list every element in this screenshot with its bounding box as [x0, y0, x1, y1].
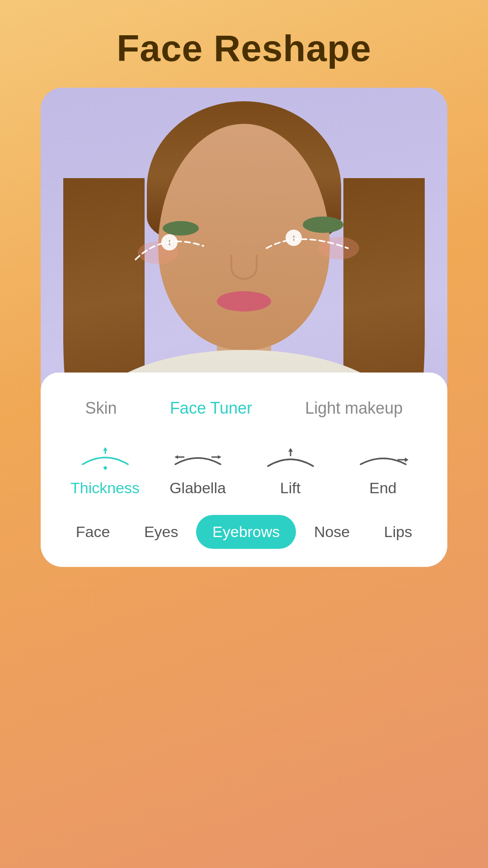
tool-lift[interactable]: Lift — [254, 445, 327, 497]
svg-text:↕: ↕ — [291, 232, 296, 242]
lips — [217, 291, 271, 311]
pill-eyes[interactable]: Eyes — [128, 515, 195, 549]
pill-face[interactable]: Face — [60, 515, 127, 549]
svg-marker-5 — [103, 447, 108, 451]
thickness-label: Thickness — [70, 479, 140, 497]
thickness-icon — [78, 445, 132, 472]
tool-row: Thickness Glabella — [59, 445, 429, 497]
photo-card: ↕ ↕ Skin Face Tuner Light makeup — [41, 88, 447, 567]
lift-label: Lift — [280, 479, 300, 497]
tool-thickness[interactable]: Thickness — [69, 445, 141, 497]
feature-categories: Face Eyes Eyebrows Nose Lips — [59, 515, 429, 549]
lift-icon — [263, 445, 318, 472]
glabella-icon — [171, 445, 225, 472]
eyebrow-overlay: ↕ ↕ — [127, 223, 361, 279]
glabella-label: Glabella — [169, 479, 226, 497]
svg-marker-15 — [405, 458, 408, 462]
svg-marker-13 — [288, 448, 293, 452]
pill-eyebrows[interactable]: Eyebrows — [196, 515, 296, 549]
bottom-panel: Skin Face Tuner Light makeup — [41, 373, 447, 567]
tab-skin[interactable]: Skin — [76, 395, 126, 421]
svg-text:↕: ↕ — [167, 237, 172, 247]
svg-marker-9 — [218, 455, 221, 459]
tab-light-makeup[interactable]: Light makeup — [296, 395, 412, 421]
pill-nose[interactable]: Nose — [298, 515, 366, 549]
end-label: End — [369, 479, 397, 497]
tool-glabella[interactable]: Glabella — [162, 445, 234, 497]
tab-face-tuner[interactable]: Face Tuner — [161, 395, 261, 421]
page-title: Face Reshape — [117, 27, 371, 70]
tool-end[interactable]: End — [347, 445, 419, 497]
category-tabs: Skin Face Tuner Light makeup — [59, 395, 429, 421]
svg-marker-7 — [103, 467, 108, 470]
svg-marker-11 — [174, 455, 178, 459]
end-icon — [356, 445, 410, 472]
pill-lips[interactable]: Lips — [368, 515, 428, 549]
